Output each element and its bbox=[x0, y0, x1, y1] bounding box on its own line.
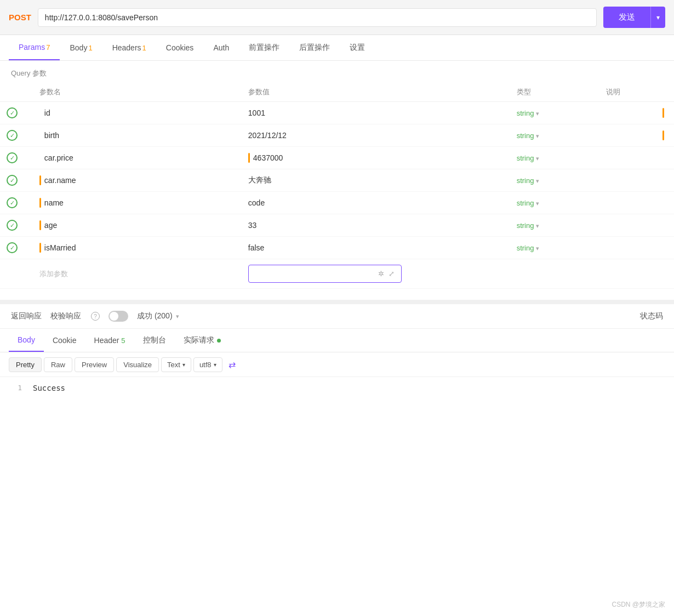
tab-params[interactable]: Params7 bbox=[9, 35, 60, 60]
check-icon[interactable]: ✓ bbox=[7, 220, 18, 231]
row-name-cell: car.name bbox=[33, 169, 242, 192]
row-check-cell: ✓ bbox=[0, 192, 33, 214]
add-param-name-cell[interactable]: 添加参数 bbox=[33, 259, 242, 289]
send-dropdown-button[interactable]: ▾ bbox=[650, 7, 665, 28]
response-tabs: Body Cookie Header 5 控制台 实际请求 bbox=[0, 329, 674, 352]
resp-tab-cookie[interactable]: Cookie bbox=[44, 329, 85, 351]
param-value[interactable]: 1001 bbox=[248, 109, 265, 117]
variable-icon[interactable]: ✲ bbox=[378, 270, 384, 278]
table-row: ✓car.name大奔驰string▾ bbox=[0, 169, 674, 192]
check-icon[interactable]: ✓ bbox=[7, 152, 18, 163]
type-dropdown-chevron[interactable]: ▾ bbox=[536, 245, 539, 252]
verify-label: 校验响应 bbox=[50, 311, 81, 321]
add-param-icons: ✲ ⤢ bbox=[378, 270, 395, 278]
param-value[interactable]: 2021/12/12 bbox=[248, 131, 287, 140]
type-dropdown-chevron[interactable]: ▾ bbox=[536, 223, 539, 229]
fmt-raw-btn[interactable]: Raw bbox=[44, 357, 72, 372]
check-icon[interactable]: ✓ bbox=[7, 197, 18, 208]
add-param-input-box[interactable]: ✲ ⤢ bbox=[248, 265, 402, 283]
tab-pre-ops[interactable]: 前置操作 bbox=[239, 35, 289, 60]
row-value-cell: 2021/12/12 bbox=[242, 124, 510, 147]
add-param-type-cell bbox=[510, 259, 599, 289]
row-name-cell: birth bbox=[33, 124, 242, 147]
check-icon[interactable]: ✓ bbox=[7, 242, 18, 253]
orange-bar bbox=[39, 175, 41, 185]
check-icon[interactable]: ✓ bbox=[7, 175, 18, 186]
check-icon[interactable]: ✓ bbox=[7, 107, 18, 118]
tab-settings[interactable]: 设置 bbox=[340, 35, 375, 60]
row-value-cell: 1001 bbox=[242, 102, 510, 124]
type-dropdown-chevron[interactable]: ▾ bbox=[536, 133, 539, 139]
verify-toggle[interactable] bbox=[108, 311, 128, 322]
expand-icon[interactable]: ⤢ bbox=[389, 270, 395, 278]
response-bar: 返回响应 校验响应 ? 成功 (200) ▾ 状态码 bbox=[0, 304, 674, 329]
encoding-dropdown[interactable]: utf8 ▾ bbox=[193, 357, 222, 372]
row-desc-cell bbox=[599, 124, 674, 147]
orange-bar bbox=[39, 220, 41, 230]
format-type-dropdown[interactable]: Text ▾ bbox=[161, 357, 191, 372]
param-name[interactable]: isMarried bbox=[44, 243, 76, 252]
chevron-down-icon[interactable]: ▾ bbox=[176, 313, 179, 320]
tab-headers[interactable]: Headers1 bbox=[102, 36, 156, 60]
table-row: ✓car.price4637000string▾ bbox=[0, 147, 674, 169]
response-section: 返回响应 校验响应 ? 成功 (200) ▾ 状态码 Body Cookie H… bbox=[0, 300, 674, 399]
fmt-preview-btn[interactable]: Preview bbox=[75, 357, 114, 372]
table-row: ✓isMarriedfalsestring▾ bbox=[0, 237, 674, 259]
resp-tab-body[interactable]: Body bbox=[9, 329, 44, 352]
table-row: ✓id1001string▾ bbox=[0, 102, 674, 124]
url-input[interactable] bbox=[38, 8, 597, 27]
param-name[interactable]: birth bbox=[44, 131, 59, 140]
wrap-button[interactable]: ⇄ bbox=[225, 357, 240, 372]
row-check-cell: ✓ bbox=[0, 124, 33, 147]
row-value-cell: 33 bbox=[242, 214, 510, 237]
response-content: 1 Success bbox=[0, 377, 674, 399]
type-dropdown-chevron[interactable]: ▾ bbox=[536, 110, 539, 117]
tab-body[interactable]: Body1 bbox=[60, 36, 102, 60]
col-header-check bbox=[0, 83, 33, 102]
check-icon[interactable]: ✓ bbox=[7, 130, 18, 141]
add-param-value-cell: ✲ ⤢ bbox=[242, 259, 510, 289]
tab-cookies[interactable]: Cookies bbox=[156, 36, 204, 60]
param-name[interactable]: id bbox=[44, 109, 50, 117]
help-icon: ? bbox=[91, 312, 100, 321]
param-value[interactable]: 大奔驰 bbox=[248, 175, 271, 184]
row-type-cell: string▾ bbox=[510, 237, 599, 259]
row-desc-cell bbox=[599, 102, 674, 124]
col-header-desc: 说明 bbox=[599, 83, 674, 102]
params-table: 参数名 参数值 类型 说明 ✓id1001string▾✓birth2021/1… bbox=[0, 83, 674, 289]
type-dropdown-chevron[interactable]: ▾ bbox=[536, 200, 539, 207]
row-check-cell: ✓ bbox=[0, 169, 33, 192]
row-check-cell: ✓ bbox=[0, 214, 33, 237]
type-dropdown-chevron[interactable]: ▾ bbox=[536, 178, 539, 184]
param-name[interactable]: car.price bbox=[44, 153, 73, 162]
param-name[interactable]: age bbox=[44, 221, 57, 230]
param-value[interactable]: false bbox=[248, 243, 265, 252]
param-value[interactable]: 33 bbox=[248, 221, 257, 230]
type-dropdown-chevron[interactable]: ▾ bbox=[536, 155, 539, 162]
param-type: string bbox=[517, 132, 534, 140]
param-type: string bbox=[517, 199, 534, 207]
resp-tab-actual-req[interactable]: 实际请求 bbox=[175, 329, 230, 352]
param-value[interactable]: code bbox=[248, 198, 265, 207]
param-name[interactable]: car.name bbox=[44, 176, 76, 185]
tab-post-ops[interactable]: 后置操作 bbox=[289, 35, 340, 60]
param-value[interactable]: 4637000 bbox=[253, 153, 283, 162]
param-type: string bbox=[517, 109, 534, 117]
row-value-cell: false bbox=[242, 237, 510, 259]
format-toolbar: Pretty Raw Preview Visualize Text ▾ utf8… bbox=[0, 352, 674, 377]
row-name-cell: isMarried bbox=[33, 237, 242, 259]
top-tabs-bar: Params7 Body1 Headers1 Cookies Auth 前置操作… bbox=[0, 35, 674, 61]
fmt-visualize-btn[interactable]: Visualize bbox=[116, 357, 159, 372]
resp-tab-console[interactable]: 控制台 bbox=[134, 329, 175, 352]
send-btn-group: 发送 ▾ bbox=[603, 7, 665, 28]
row-value-cell: code bbox=[242, 192, 510, 214]
row-check-cell: ✓ bbox=[0, 237, 33, 259]
resp-tab-header[interactable]: Header 5 bbox=[85, 329, 134, 351]
param-type: string bbox=[517, 154, 534, 162]
tab-auth[interactable]: Auth bbox=[203, 36, 239, 60]
tab-headers-badge: 1 bbox=[142, 44, 146, 52]
param-type: string bbox=[517, 221, 534, 230]
param-name[interactable]: name bbox=[44, 198, 64, 207]
fmt-pretty-btn[interactable]: Pretty bbox=[9, 357, 42, 372]
send-button[interactable]: 发送 bbox=[603, 7, 650, 28]
